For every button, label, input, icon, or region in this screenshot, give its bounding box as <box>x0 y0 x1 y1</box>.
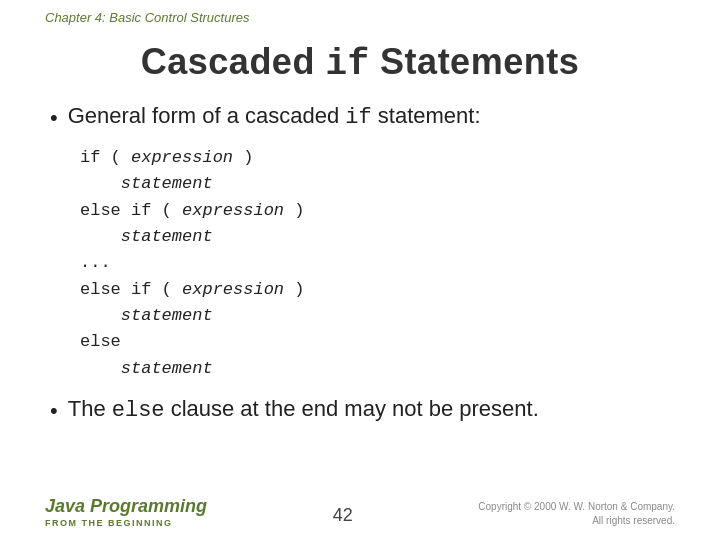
footer-page-number: 42 <box>207 505 478 526</box>
code-line-7: statement <box>80 303 670 329</box>
bullet-dot-1: • <box>50 105 58 131</box>
code-line-8: else <box>80 329 670 355</box>
code-line-3: else if ( expression ) <box>80 198 670 224</box>
chapter-title: Chapter 4: Basic Control Structures <box>0 0 720 31</box>
footer-copyright-line2: All rights reserved. <box>478 514 675 528</box>
code-line-4: statement <box>80 224 670 250</box>
bullet-1-text-after: statement: <box>372 103 481 128</box>
code-line-9: statement <box>80 356 670 382</box>
footer-left: Java Programming FROM THE BEGINNING <box>45 496 207 528</box>
slide-title: Cascaded if Statements <box>0 31 720 103</box>
content-area: • General form of a cascaded if statemen… <box>0 103 720 424</box>
footer: Java Programming FROM THE BEGINNING 42 C… <box>0 496 720 528</box>
bullet-1-text: General form of a cascaded if statement: <box>68 103 481 130</box>
slide-title-code: if <box>325 44 369 85</box>
footer-copyright-line1: Copyright © 2000 W. W. Norton & Company. <box>478 500 675 514</box>
bullet-1: • General form of a cascaded if statemen… <box>50 103 670 131</box>
code-line-1: if ( expression ) <box>80 145 670 171</box>
bullet-2-text-after: clause at the end may not be present. <box>165 396 539 421</box>
bullet-dot-2: • <box>50 398 58 424</box>
bullet-1-text-before: General form of a cascaded <box>68 103 346 128</box>
slide-page: Chapter 4: Basic Control Structures Casc… <box>0 0 720 540</box>
bullet-2-text: The else clause at the end may not be pr… <box>68 396 539 423</box>
code-line-5: ... <box>80 250 670 276</box>
slide-title-text1: Cascaded <box>141 41 326 82</box>
bullet-2-text-before: The <box>68 396 112 421</box>
bullet-2: • The else clause at the end may not be … <box>50 396 670 424</box>
code-block: if ( expression ) statement else if ( ex… <box>80 145 670 382</box>
footer-brand: Java Programming <box>45 496 207 517</box>
bullet-2-code: else <box>112 398 165 423</box>
slide-title-text2: Statements <box>370 41 580 82</box>
code-line-2: statement <box>80 171 670 197</box>
footer-copyright: Copyright © 2000 W. W. Norton & Company.… <box>478 500 675 528</box>
footer-sub: FROM THE BEGINNING <box>45 518 207 528</box>
code-line-6: else if ( expression ) <box>80 277 670 303</box>
bullet-1-code: if <box>345 105 371 130</box>
